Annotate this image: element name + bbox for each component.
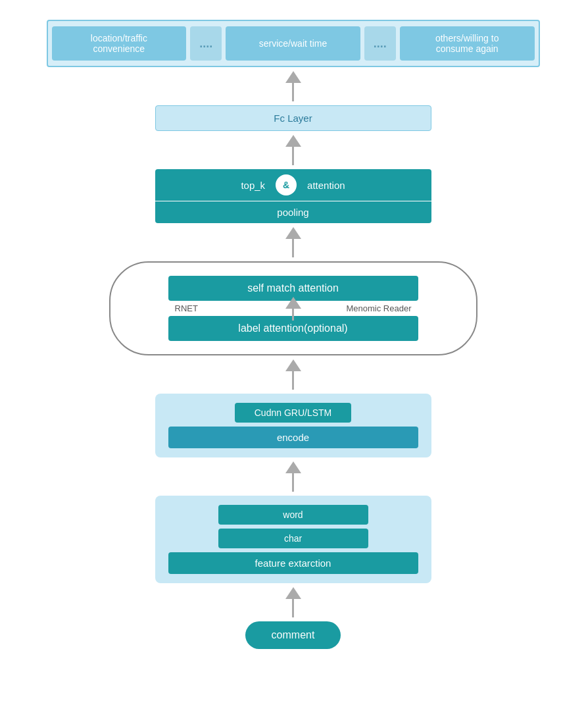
rnet-label: RNET <box>175 303 198 313</box>
arrow-to-fc <box>280 135 306 165</box>
encode-bar: encode <box>168 427 418 448</box>
arrow-shaft-4 <box>292 371 294 390</box>
arrow-to-encode <box>280 461 306 492</box>
arrow-head-icon-2 <box>285 135 301 147</box>
rnet-container: self match attention RNET Menomic Reader… <box>109 261 477 355</box>
topk-pooling-group: top_k & attention pooling <box>155 169 431 223</box>
dots-1: .... <box>190 26 222 61</box>
arrow-shaft-2 <box>292 147 294 165</box>
and-circle: & <box>276 174 297 195</box>
arrow-shaft-5 <box>292 473 294 492</box>
topk-label: top_k <box>241 180 265 191</box>
arrow-to-pooling <box>280 227 306 257</box>
arrow-head-icon <box>285 71 301 83</box>
dots-2: .... <box>364 26 396 61</box>
arrow-to-word <box>280 587 306 617</box>
char-bar: char <box>218 529 368 548</box>
output-row: location/traffic convenience .... servic… <box>47 20 540 67</box>
arrow-shaft <box>292 83 294 101</box>
arrow-shaft-3 <box>292 239 294 257</box>
gru-box: Cudnn GRU/LSTM <box>235 403 351 423</box>
architecture-diagram: location/traffic convenience .... servic… <box>47 20 540 649</box>
attention-label: attention <box>307 180 345 191</box>
pooling-bar: pooling <box>155 201 431 223</box>
location-box: location/traffic convenience <box>52 26 187 61</box>
arrow-to-rnet <box>280 359 306 390</box>
comment-box: comment <box>245 621 341 649</box>
arrow-head-icon-6 <box>285 587 301 599</box>
word-bar: word <box>218 505 368 525</box>
service-box: service/wait time <box>226 26 360 61</box>
topk-row: top_k & attention <box>155 169 431 201</box>
arrow-to-output <box>280 71 306 101</box>
inner-arrow <box>280 297 306 321</box>
arrow-head-icon-3 <box>285 227 301 239</box>
inner-arrow-head <box>285 297 301 309</box>
encode-area: Cudnn GRU/LSTM encode <box>155 394 431 457</box>
arrow-head-icon-4 <box>285 359 301 371</box>
menomic-label: Menomic Reader <box>347 303 412 313</box>
feature-bar: feature extarction <box>168 552 418 574</box>
fc-layer-box: Fc Layer <box>155 105 431 131</box>
rnet-labels-row: RNET Menomic Reader <box>168 301 418 316</box>
arrow-head-icon-5 <box>285 461 301 473</box>
word-char-area: word char feature extarction <box>155 496 431 583</box>
others-box: others/willing to consume again <box>400 26 535 61</box>
inner-arrow-shaft <box>292 309 294 321</box>
arrow-shaft-6 <box>292 599 294 617</box>
